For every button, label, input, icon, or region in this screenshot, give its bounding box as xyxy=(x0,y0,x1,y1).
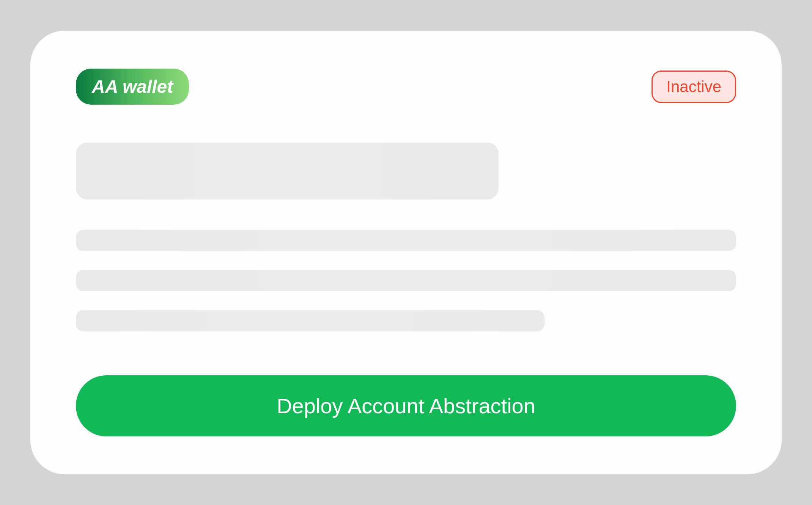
skeleton-line-placeholder xyxy=(76,230,736,251)
card-header: AA wallet Inactive xyxy=(76,69,736,105)
status-badge: Inactive xyxy=(651,71,736,103)
skeleton-line-placeholder xyxy=(76,270,736,291)
skeleton-line-placeholder xyxy=(76,310,544,331)
skeleton-title-placeholder xyxy=(76,143,499,199)
content-placeholder-area xyxy=(76,143,736,337)
wallet-card: AA wallet Inactive Deploy Account Abstra… xyxy=(30,31,782,474)
wallet-badge: AA wallet xyxy=(76,69,189,105)
deploy-button[interactable]: Deploy Account Abstraction xyxy=(76,375,736,436)
